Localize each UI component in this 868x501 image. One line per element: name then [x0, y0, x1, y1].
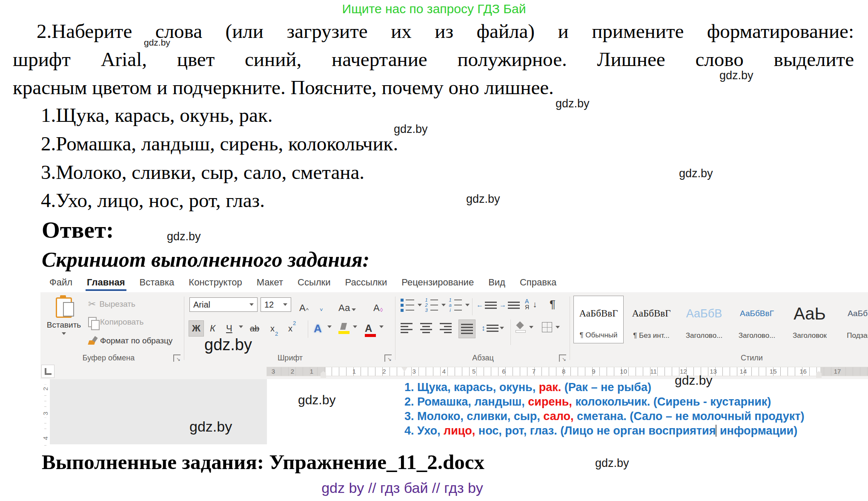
- tab-5[interactable]: Ссылки: [290, 273, 338, 292]
- tab-3[interactable]: Конструктор: [181, 273, 249, 292]
- cut-button[interactable]: ✂ Вырезать: [88, 297, 135, 311]
- shrink-font-button[interactable]: ˅: [319, 298, 323, 314]
- bullets-button[interactable]: [401, 298, 422, 312]
- align-left-button[interactable]: [401, 321, 413, 335]
- font-size-chevron-icon[interactable]: [283, 303, 287, 306]
- paste-button[interactable]: Вставить: [46, 296, 82, 360]
- ruler-row: 3211234567891011121314151617: [40, 364, 868, 379]
- site-footer: gdz by // гдз бай // гдз by: [0, 480, 805, 496]
- style-gallery: АаБбВвГ¶ ОбычныйАаБбВвГ¶ Без инт...АаБбВ…: [573, 296, 868, 346]
- tab-9[interactable]: Справка: [513, 273, 564, 292]
- align-left-icon: [401, 323, 413, 333]
- grow-font-button[interactable]: А^: [299, 298, 309, 314]
- subscript-button[interactable]: х2: [270, 320, 278, 337]
- multilevel-chevron-icon[interactable]: [465, 304, 470, 306]
- shading-button[interactable]: [516, 320, 533, 334]
- sort-button[interactable]: АЯ ↓: [525, 297, 537, 311]
- ruler-number: 8: [560, 367, 567, 376]
- vertical-ruler[interactable]: 234: [40, 379, 50, 447]
- font-size-combo[interactable]: 12: [261, 297, 291, 312]
- pilcrow-icon: ¶: [550, 298, 556, 311]
- underline-chevron-icon[interactable]: [239, 325, 243, 328]
- highlight-button[interactable]: [338, 320, 349, 337]
- bold-letter: Ж: [192, 324, 201, 333]
- line-spacing-bars-icon: [487, 325, 498, 332]
- numbering-chevron-icon[interactable]: [441, 304, 446, 306]
- tab-2[interactable]: Вставка: [132, 273, 182, 292]
- shading-chevron-icon[interactable]: [529, 326, 533, 328]
- paste-dropdown-chevron-icon[interactable]: [62, 332, 66, 335]
- shrink-caret-icon: ˅: [320, 307, 323, 313]
- text-effects-button[interactable]: А: [314, 320, 322, 337]
- italic-button[interactable]: К: [210, 320, 215, 337]
- numbering-button[interactable]: 1 2 3: [424, 298, 446, 312]
- group-separator: [570, 297, 570, 360]
- font-family-chevron-icon[interactable]: [249, 303, 254, 306]
- bold-button[interactable]: Ж: [189, 320, 204, 337]
- highlight-chevron-icon[interactable]: [353, 325, 357, 328]
- tab-8[interactable]: Вид: [481, 273, 513, 292]
- paragraph-dialog-launcher[interactable]: ↘: [559, 354, 566, 362]
- style-preview: АаБбВвГ: [632, 296, 671, 331]
- style-preview: АаБбВвГ: [740, 296, 774, 331]
- sort-letter-a: А: [525, 298, 529, 304]
- ruler-number: 6: [500, 367, 508, 376]
- change-case-letters: Аа: [338, 303, 350, 313]
- vruler-number: 2: [42, 385, 49, 393]
- style-card-4[interactable]: АаЬЗаголовок: [785, 296, 835, 343]
- style-card-3[interactable]: АаБбВвГЗаголово...: [732, 296, 782, 343]
- horizontal-ruler[interactable]: 3211234567891011121314151617: [267, 367, 868, 376]
- grow-font-letter: А: [299, 303, 306, 313]
- underline-button[interactable]: Ч: [226, 320, 232, 337]
- align-right-button[interactable]: [440, 321, 452, 335]
- borders-chevron-icon[interactable]: [556, 326, 560, 328]
- text-effects-chevron-icon[interactable]: [327, 325, 332, 328]
- justify-button[interactable]: [458, 320, 476, 338]
- line-spacing-button[interactable]: ↕: [481, 321, 504, 335]
- tab-file[interactable]: Файл: [42, 273, 80, 292]
- vruler-number: 4: [42, 434, 49, 443]
- show-marks-button[interactable]: ¶: [550, 297, 556, 311]
- line-spacing-chevron-icon[interactable]: [500, 327, 504, 329]
- format-painter-button[interactable]: Формат по образцу: [88, 334, 172, 348]
- style-card-5[interactable]: АаБбВвПодзагол: [837, 296, 868, 343]
- decrease-indent-button[interactable]: ←: [476, 298, 497, 312]
- first-line-indent-marker[interactable]: [401, 367, 407, 372]
- font-dialog-launcher[interactable]: ↘: [384, 354, 392, 362]
- paste-label: Вставить: [47, 320, 81, 330]
- change-case-chevron-icon[interactable]: [352, 308, 356, 311]
- tab-1[interactable]: Главная: [80, 273, 132, 292]
- strikethrough-button[interactable]: ab: [250, 320, 259, 337]
- increase-indent-button[interactable]: →: [499, 298, 520, 312]
- doc-blue-text: 1. Щука, карась, окунь,: [404, 381, 539, 394]
- copy-button[interactable]: Копировать: [88, 315, 143, 329]
- bullets-icon: [401, 299, 414, 312]
- style-card-2[interactable]: АаБбВЗаголово...: [679, 296, 729, 343]
- tab-4[interactable]: Макет: [249, 273, 290, 292]
- tab-selector-button[interactable]: [41, 365, 54, 378]
- style-card-1[interactable]: АаБбВвГ¶ Без инт...: [626, 296, 676, 343]
- font-family-combo[interactable]: Arial: [189, 297, 258, 312]
- doc-blue-text: 4. Ухо,: [404, 424, 444, 437]
- bullets-chevron-icon[interactable]: [418, 304, 422, 306]
- ruler-number: 3: [410, 367, 418, 376]
- doc-line-1: 1. Щука, карась, окунь, рак. (Рак – не р…: [404, 380, 805, 394]
- subscript-two: 2: [275, 331, 278, 337]
- tab-7[interactable]: Рецензирование: [394, 273, 481, 292]
- change-case-button[interactable]: Аа: [338, 298, 356, 314]
- style-card-0[interactable]: АаБбВвГ¶ Обычный: [573, 296, 624, 343]
- clipboard-dialog-launcher[interactable]: ↘: [173, 354, 180, 362]
- superscript-button[interactable]: х2: [288, 320, 296, 337]
- font-color-chevron-icon[interactable]: [379, 325, 384, 328]
- multilevel-list-button[interactable]: 1 а i: [448, 298, 470, 312]
- ribbon: Вставить ✂ Вырезать Копировать Формат по…: [40, 292, 868, 365]
- doc-blue-text: (Рак – не рыба): [561, 381, 651, 394]
- align-center-button[interactable]: [420, 321, 432, 335]
- clear-formatting-button[interactable]: А◊: [373, 298, 383, 314]
- borders-button[interactable]: [542, 320, 560, 334]
- sort-arrow-icon: ↓: [533, 300, 537, 308]
- font-color-letter: А: [365, 323, 372, 334]
- doc-line-3: 3. Молоко, сливки, сыр, сало, сметана. (…: [404, 409, 805, 423]
- tab-6[interactable]: Рассылки: [338, 273, 395, 292]
- doc-blue-text: 2. Ромашка, ландыш,: [404, 395, 528, 408]
